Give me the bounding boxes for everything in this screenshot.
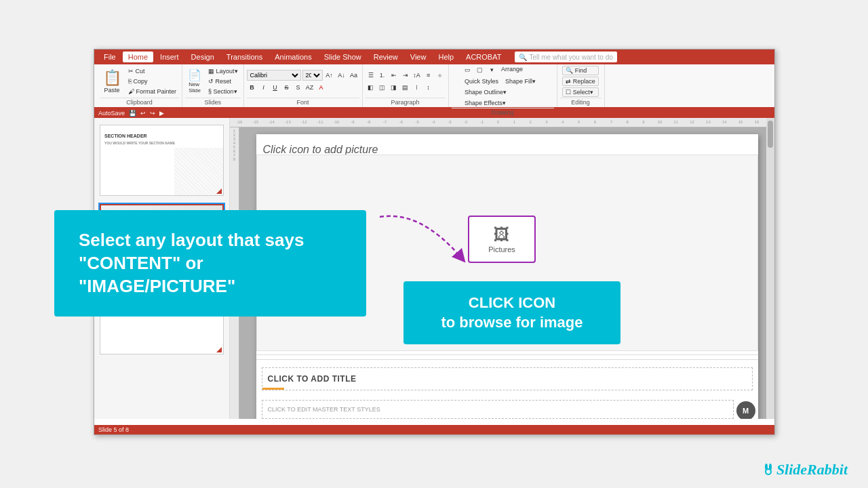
align-center-button[interactable]: ◫ — [377, 82, 388, 93]
svg-point-2 — [769, 464, 772, 470]
shape-rect-button[interactable]: ▭ — [462, 64, 473, 75]
thumb3-header: SECTION HEADER YOU WOULD WRITE YOUR SECT… — [100, 125, 223, 148]
callout-right: CLICK ICON to browse for image — [403, 281, 620, 344]
dashed-arrow — [366, 210, 475, 278]
save-button[interactable]: 💾 — [129, 110, 136, 117]
align-left-button[interactable]: ◧ — [366, 82, 376, 93]
shape-fill-button[interactable]: Shape Fill▾ — [502, 77, 538, 86]
copy-button[interactable]: ⎘ Copy — [125, 77, 179, 86]
callout-left: Select any layout that says "CONTENT" or… — [54, 210, 366, 317]
editing-label: Editing — [560, 98, 601, 107]
search-placeholder-text: Tell me what you want to do — [529, 54, 612, 61]
shape-effects-button[interactable]: Shape Effects▾ — [462, 98, 509, 108]
text-shadow-button[interactable]: S — [293, 82, 304, 93]
find-button[interactable]: 🔍 Find — [562, 66, 599, 75]
slide-thumb-3[interactable]: 3 SECTION HEADER YOU WOULD WRITE YOUR SE… — [98, 123, 225, 197]
ribbon-group-paragraph: ☰ 1. ⇤ ⇥ ↕A ≡ ⟐ ◧ ◫ ◨ ▤ ⁞ ↕ — [363, 64, 449, 107]
tab-animations[interactable]: Animations — [269, 52, 317, 62]
new-slide-button[interactable]: 📄 NewSlide — [185, 67, 204, 95]
increase-indent-button[interactable]: ⇥ — [400, 70, 411, 81]
font-label: Font — [247, 98, 359, 107]
ribbon-tabs-bar: File Home Insert Design Transitions Anim… — [94, 49, 774, 64]
justify-button[interactable]: ▤ — [400, 82, 411, 93]
col-button[interactable]: ⁞ — [412, 82, 422, 93]
tab-slideshow[interactable]: Slide Show — [319, 52, 367, 62]
present-button[interactable]: ▶ — [159, 110, 164, 117]
brand-text: SlideRabbit — [776, 461, 848, 479]
slide-logo: M — [736, 401, 754, 419]
quick-styles-button[interactable]: Quick Styles — [462, 77, 501, 86]
replace-button[interactable]: ⇄ Replace — [562, 77, 599, 86]
font-family-select[interactable]: Calibri — [247, 70, 301, 81]
slides-label: Slides — [185, 98, 241, 107]
tab-help[interactable]: Help — [433, 52, 459, 62]
decrease-font-button[interactable]: A↓ — [336, 70, 347, 81]
slide-subtitle-placeholder: CLICK TO EDIT MASTER TEXT STYLES — [268, 406, 380, 413]
align-text-button[interactable]: ≡ — [423, 70, 434, 81]
align-right-button[interactable]: ◨ — [389, 82, 399, 93]
callout-left-text: Select any layout that says "CONTENT" or… — [79, 229, 342, 298]
pictures-label: Pictures — [488, 245, 515, 253]
cut-button[interactable]: ✂ Cut — [125, 66, 179, 76]
decrease-indent-button[interactable]: ⇤ — [389, 70, 399, 81]
ribbon-group-slides: 📄 NewSlide ▦ Layout▾ ↺ Reset § Section▾ … — [182, 64, 244, 107]
italic-button[interactable]: I — [258, 82, 269, 93]
paragraph-label: Paragraph — [366, 98, 446, 107]
svg-point-3 — [766, 470, 770, 474]
paste-icon: 📋 — [103, 69, 121, 87]
shape-more-button[interactable]: ▾ — [486, 64, 497, 75]
status-bar: Slide 5 of 8 — [94, 425, 774, 434]
clear-format-button[interactable]: Aa — [349, 70, 359, 81]
reset-button[interactable]: ↺ Reset — [205, 77, 241, 86]
undo-button[interactable]: ↩ — [140, 110, 146, 117]
arrange-button[interactable]: Arrange — [498, 64, 526, 75]
new-slide-icon: 📄 — [188, 68, 201, 81]
shape-outline-button[interactable]: Shape Outline▾ — [462, 87, 509, 97]
font-size-select[interactable]: 20 — [302, 70, 323, 81]
font-color-button[interactable]: A — [316, 82, 327, 93]
select-button[interactable]: ☐ Select▾ — [562, 87, 599, 97]
slide-title-container[interactable]: CLICK TO ADD TITLE — [262, 367, 753, 390]
numbering-button[interactable]: 1. — [377, 70, 388, 81]
ribbon-group-font: Calibri 20 A↑ A↓ Aa B I U S S AZ A — [244, 64, 363, 107]
strikethrough-button[interactable]: S — [281, 82, 292, 93]
paste-button[interactable]: 📋 Paste — [100, 68, 124, 95]
redo-button[interactable]: ↪ — [150, 110, 155, 117]
bullets-button[interactable]: ☰ — [366, 70, 376, 81]
callout-right-text: CLICK ICON to browse for image — [418, 293, 606, 332]
clipboard-label: Clipboard — [100, 98, 179, 107]
slide-subtitle-container[interactable]: CLICK TO EDIT MASTER TEXT STYLES — [262, 400, 734, 419]
vertical-scrollbar[interactable] — [766, 118, 774, 419]
convert-smartart-button[interactable]: ⟐ — [435, 70, 446, 81]
scrollbar-thumb[interactable] — [768, 121, 773, 148]
tab-view[interactable]: View — [405, 52, 432, 62]
format-painter-button[interactable]: 🖌 Format Painter — [125, 87, 179, 96]
tab-file[interactable]: File — [98, 52, 121, 62]
slide-count-label: Slide 5 of 8 — [98, 426, 129, 433]
tab-transitions[interactable]: Transitions — [221, 52, 268, 62]
line-spacing-button[interactable]: ↕ — [423, 82, 434, 93]
layout-button[interactable]: ▦ Layout▾ — [205, 66, 241, 76]
pictures-icon: 🖼 — [494, 225, 510, 244]
text-direction-button[interactable]: ↕A — [412, 70, 422, 81]
ruler-horizontal: -16-15-14-13-12-11-10-9-8-7-6-5-4-3-2-10… — [230, 118, 766, 127]
pictures-icon-box[interactable]: 🖼 Pictures — [468, 216, 536, 263]
tab-acrobat[interactable]: ACROBAT — [460, 52, 507, 62]
shape-rounded-button[interactable]: ▢ — [474, 64, 485, 75]
ribbon-group-editing: 🔍 Find ⇄ Replace ☐ Select▾ Editing — [557, 64, 605, 107]
tab-review[interactable]: Review — [368, 52, 403, 62]
tab-insert[interactable]: Insert — [155, 52, 184, 62]
search-box[interactable]: 🔍 Tell me what you want to do — [515, 52, 616, 62]
increase-font-button[interactable]: A↑ — [324, 70, 335, 81]
tab-home[interactable]: Home — [123, 52, 153, 62]
ribbon-group-drawing: ▭ ▢ ▾ Arrange Quick Styles Shape Fill▾ S… — [449, 64, 557, 107]
section-button[interactable]: § Section▾ — [205, 87, 241, 96]
underline-button[interactable]: U — [270, 82, 281, 93]
bold-button[interactable]: B — [247, 82, 258, 93]
tab-design[interactable]: Design — [186, 52, 220, 62]
quick-access-bar: AutoSave 💾 ↩ ↪ ▶ — [94, 108, 774, 118]
slide-title-placeholder: CLICK TO ADD TITLE — [268, 374, 357, 384]
char-spacing-button[interactable]: AZ — [304, 82, 315, 93]
drawing-label: Drawing — [452, 108, 554, 117]
search-icon: 🔍 — [519, 54, 527, 61]
